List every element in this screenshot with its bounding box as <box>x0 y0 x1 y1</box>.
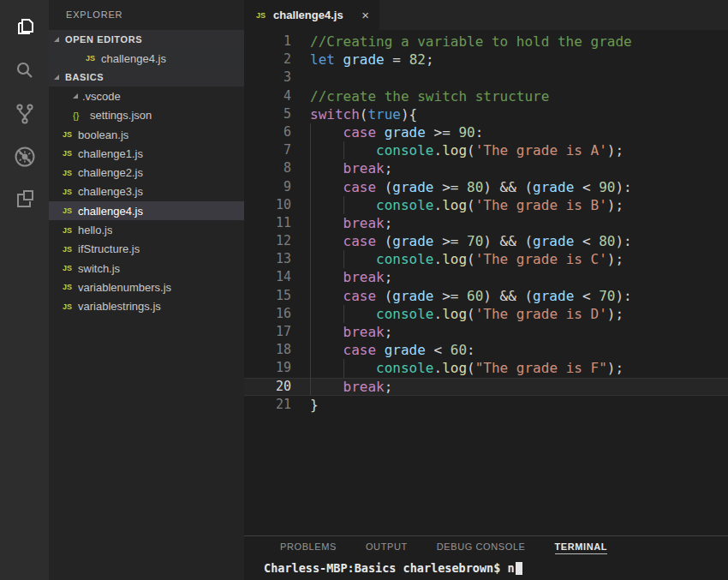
sidebar-item-challenge1.js[interactable]: JSchallenge1.js <box>49 144 244 163</box>
code-line-3[interactable]: 3 <box>244 69 728 87</box>
code-token: console <box>376 306 433 322</box>
code-line-5[interactable]: 5switch(true){ <box>244 105 728 123</box>
code-line-9[interactable]: 9 case (grade >= 80) && (grade < 90): <box>244 178 728 196</box>
sidebar-item-challenge4.js[interactable]: JSchallenge4.js <box>49 201 244 220</box>
panel-tab-terminal[interactable]: TERMINAL <box>555 541 608 554</box>
editor-group: JS challenge4.js × 1//Creating a variabl… <box>244 0 728 580</box>
code-line-7[interactable]: 7 console.log('The grade is A'); <box>244 141 728 159</box>
section-expanded-twistie-icon <box>54 75 59 80</box>
sidebar-item-hello.js[interactable]: JShello.js <box>49 220 244 239</box>
code-line-20[interactable]: 20 break; <box>244 378 728 396</box>
sidebar-item-switch.js[interactable]: JSswitch.js <box>49 259 244 278</box>
section-expanded-twistie-icon <box>54 37 59 42</box>
code-line-16[interactable]: 16 console.log('The grade is D'); <box>244 305 728 323</box>
code-token: ( <box>360 106 368 123</box>
code-token: 'The grade is B' <box>475 197 607 213</box>
code-line-6[interactable]: 6 case grade >= 90: <box>244 123 728 141</box>
file-label: challenge4.js <box>101 52 166 65</box>
code-token: "The grade is F" <box>475 360 607 376</box>
code-lines: 1//Creating a variable to hold the grade… <box>244 33 728 414</box>
sidebar-item-challenge3.js[interactable]: JSchallenge3.js <box>49 182 244 201</box>
code-token <box>310 179 343 195</box>
terminal-content[interactable]: Charless-MBP:Basics charlesebrown$ n <box>244 559 728 577</box>
indent-guide <box>343 196 344 214</box>
code-line-12[interactable]: 12 case (grade >= 70) && (grade < 80): <box>244 232 728 250</box>
code-line-2[interactable]: 2let grade = 82; <box>244 51 728 69</box>
code-line-18[interactable]: 18 case grade < 60: <box>244 341 728 359</box>
code-line-17[interactable]: 17 break; <box>244 323 728 341</box>
line-number: 20 <box>244 378 291 396</box>
indent-guide <box>310 268 311 286</box>
sidebar-item-ifStructure.js[interactable]: JSifStructure.js <box>49 240 244 259</box>
code-text: break; <box>310 214 728 232</box>
extensions-activity-button[interactable] <box>6 178 44 221</box>
code-text: //create the switch structure <box>310 87 728 105</box>
code-token: console <box>376 142 433 158</box>
code-line-14[interactable]: 14 break; <box>244 268 728 286</box>
code-token: ); <box>607 251 624 267</box>
js-file-icon: JS <box>63 188 78 196</box>
source-control-activity-button[interactable] <box>6 93 44 135</box>
indent-guide <box>343 250 344 268</box>
code-token: break <box>343 379 385 395</box>
code-editor[interactable]: 1//Creating a variable to hold the grade… <box>244 30 728 535</box>
code-token: grade <box>392 179 433 195</box>
indent-guide <box>343 359 344 377</box>
code-token: case <box>343 233 377 249</box>
section-header-open-editors[interactable]: OPEN EDITORS <box>49 30 244 49</box>
code-text: console.log('The grade is B'); <box>310 196 728 214</box>
code-token: true <box>367 106 401 123</box>
code-token: >= <box>434 179 468 195</box>
line-number: 21 <box>244 396 291 414</box>
sidebar-item-variablestrings.js[interactable]: JSvariablestrings.js <box>49 297 244 316</box>
code-line-19[interactable]: 19 console.log("The grade is F"); <box>244 359 728 377</box>
sidebar-item-challenge4.js[interactable]: JSchallenge4.js <box>49 49 244 68</box>
code-token <box>310 233 343 249</box>
sidebar-item-variablenumbers.js[interactable]: JSvariablenumbers.js <box>49 278 244 296</box>
code-token: ( <box>467 360 475 376</box>
indent-guide <box>310 305 311 323</box>
debug-activity-button[interactable] <box>6 135 44 178</box>
code-line-4[interactable]: 4//create the switch structure <box>244 87 728 105</box>
code-text: let grade = 82; <box>310 51 728 69</box>
sidebar-item-challenge2.js[interactable]: JSchallenge2.js <box>49 163 244 182</box>
code-line-8[interactable]: 8 break; <box>244 159 728 177</box>
code-token <box>310 324 343 340</box>
sidebar-item-.vscode[interactable]: .vscode <box>49 87 244 105</box>
section-header-basics[interactable]: BASICS <box>49 68 244 87</box>
code-line-10[interactable]: 10 console.log('The grade is B'); <box>244 196 728 214</box>
panel-tab-debug-console[interactable]: DEBUG CONSOLE <box>437 541 526 554</box>
code-token: ( <box>376 233 392 249</box>
code-token: ){ <box>401 106 417 123</box>
indent-guide <box>310 178 311 196</box>
search-activity-button[interactable] <box>6 50 44 93</box>
explorer-sidebar: EXPLORER OPEN EDITORSJSchallenge4.jsBASI… <box>49 0 244 580</box>
code-token: //create the switch structure <box>310 88 549 105</box>
panel-tab-output[interactable]: OUTPUT <box>366 541 408 554</box>
sidebar-item-settings.json[interactable]: {}settings.json <box>49 106 244 125</box>
code-token: ; <box>385 215 393 231</box>
code-token: . <box>434 306 443 322</box>
line-number: 9 <box>244 178 291 196</box>
code-line-1[interactable]: 1//Creating a variable to hold the grade <box>244 33 728 51</box>
close-tab-icon[interactable]: × <box>360 8 371 22</box>
indent-guide <box>310 214 311 232</box>
code-line-11[interactable]: 11 break; <box>244 214 728 232</box>
tab-challenge4-js[interactable]: JS challenge4.js × <box>244 0 379 30</box>
code-token: ( <box>467 251 475 267</box>
code-line-13[interactable]: 13 console.log('The grade is C'); <box>244 250 728 268</box>
indent-guide <box>343 141 344 159</box>
activity-bar <box>0 0 49 580</box>
panel-tab-problems[interactable]: PROBLEMS <box>280 541 337 554</box>
code-text: console.log('The grade is C'); <box>310 250 728 268</box>
explorer-activity-button[interactable] <box>6 7 44 50</box>
indent-guide <box>343 305 344 323</box>
code-token: log <box>442 251 467 267</box>
code-token: log <box>442 142 467 158</box>
code-line-21[interactable]: 21} <box>244 396 728 414</box>
code-line-15[interactable]: 15 case (grade >= 60) && (grade < 70): <box>244 287 728 305</box>
sidebar-item-boolean.js[interactable]: JSboolean.js <box>49 125 244 144</box>
code-text <box>310 69 728 87</box>
code-text: case (grade >= 80) && (grade < 90): <box>310 178 728 196</box>
code-token: break <box>343 324 385 340</box>
